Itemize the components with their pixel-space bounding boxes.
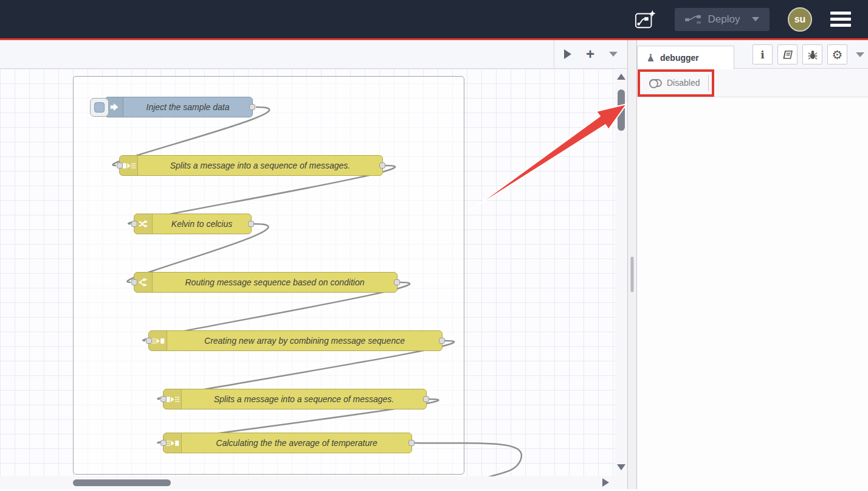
output-port[interactable] bbox=[248, 221, 254, 227]
flask-icon bbox=[646, 53, 655, 63]
deploy-icon bbox=[685, 15, 701, 24]
ai-flow-icon[interactable] bbox=[635, 10, 656, 29]
config-button[interactable]: ⚙ bbox=[827, 44, 847, 64]
scroll-down-icon[interactable] bbox=[617, 464, 625, 470]
workspace-pane: + bbox=[0, 40, 627, 489]
node-label: Creating new array by combining message … bbox=[167, 331, 442, 350]
chevron-down-icon[interactable] bbox=[752, 17, 759, 21]
main-area: + bbox=[0, 40, 868, 489]
toolbar-divider bbox=[708, 75, 709, 91]
inject-trigger-button[interactable] bbox=[90, 98, 109, 117]
node-inject[interactable]: Inject the sample data bbox=[105, 97, 253, 117]
debug-messages-panel bbox=[637, 97, 868, 489]
sidebar: debugger i bbox=[637, 40, 868, 489]
node-split-1[interactable]: Splits a message into a sequence of mess… bbox=[119, 155, 383, 176]
flow-list-chevron-icon[interactable] bbox=[609, 52, 618, 57]
output-port[interactable] bbox=[423, 396, 429, 402]
disabled-label: Disabled bbox=[667, 78, 700, 88]
info-button[interactable]: i bbox=[753, 44, 773, 64]
node-switch[interactable]: Routing message sequence based on condit… bbox=[134, 272, 398, 293]
scroll-tabs-right-icon[interactable] bbox=[564, 49, 571, 59]
node-label: Kelvin to celcius bbox=[153, 214, 251, 234]
bug-icon bbox=[807, 49, 818, 60]
output-port[interactable] bbox=[379, 162, 385, 169]
tab-debugger-label: debugger bbox=[660, 53, 699, 63]
add-flow-button[interactable]: + bbox=[586, 47, 594, 61]
scroll-up-icon[interactable] bbox=[617, 74, 625, 80]
node-label: Calculating the the average of temperatu… bbox=[182, 433, 412, 453]
input-port[interactable] bbox=[160, 396, 167, 402]
book-icon bbox=[782, 50, 793, 60]
debug-toolbar: Disabled bbox=[637, 69, 868, 97]
output-port[interactable] bbox=[249, 104, 255, 110]
input-port[interactable] bbox=[131, 221, 137, 227]
workspace-tab-controls: + bbox=[554, 40, 627, 68]
resize-grip[interactable] bbox=[631, 257, 634, 292]
output-port[interactable] bbox=[394, 279, 400, 285]
output-port[interactable] bbox=[408, 440, 415, 446]
toggle-off-icon bbox=[649, 79, 662, 87]
sidebar-more-chevron-icon[interactable] bbox=[856, 52, 864, 57]
sidebar-tab-bar: debugger i bbox=[637, 40, 868, 69]
node-label: Routing message sequence based on condit… bbox=[153, 273, 397, 292]
app-header: Deploy su bbox=[0, 0, 868, 40]
debug-button[interactable] bbox=[802, 44, 822, 64]
deploy-button[interactable]: Deploy bbox=[675, 8, 770, 31]
avatar[interactable]: su bbox=[788, 7, 812, 32]
workspace-tab-bar: + bbox=[0, 40, 627, 69]
hamburger-menu-icon[interactable] bbox=[830, 12, 851, 27]
gear-icon: ⚙ bbox=[832, 49, 843, 61]
node-split-2[interactable]: Splits a message into a sequence of mess… bbox=[163, 389, 427, 409]
flow-canvas[interactable]: Inject the sample data Splits a message … bbox=[0, 69, 615, 476]
info-icon: i bbox=[760, 49, 764, 61]
horizontal-scrollbar[interactable] bbox=[0, 476, 627, 489]
sidebar-resize-handle[interactable] bbox=[627, 40, 637, 489]
node-join-1[interactable]: Creating new array by combining message … bbox=[148, 330, 443, 351]
horizontal-scroll-thumb[interactable] bbox=[73, 479, 171, 486]
deploy-label: Deploy bbox=[708, 13, 740, 26]
input-port[interactable] bbox=[131, 279, 137, 285]
node-join-2[interactable]: Calculating the the average of temperatu… bbox=[163, 433, 412, 453]
node-label: Splits a message into a sequence of mess… bbox=[182, 389, 426, 409]
node-label: Inject the sample data bbox=[123, 97, 252, 117]
node-label: Splits a message into a sequence of mess… bbox=[138, 156, 382, 175]
help-button[interactable] bbox=[777, 44, 797, 64]
debug-disabled-toggle[interactable]: Disabled bbox=[643, 75, 706, 91]
input-port[interactable] bbox=[117, 162, 123, 169]
scroll-right-icon[interactable] bbox=[602, 478, 609, 487]
input-port[interactable] bbox=[160, 440, 167, 446]
node-change[interactable]: Kelvin to celcius bbox=[134, 214, 252, 234]
vertical-scrollbar[interactable] bbox=[615, 69, 627, 476]
tab-debugger[interactable]: debugger bbox=[637, 46, 734, 69]
output-port[interactable] bbox=[439, 338, 445, 344]
sidebar-toolbar: i ⚙ bbox=[753, 44, 864, 64]
vertical-scroll-thumb[interactable] bbox=[618, 89, 625, 131]
input-port[interactable] bbox=[146, 338, 152, 344]
